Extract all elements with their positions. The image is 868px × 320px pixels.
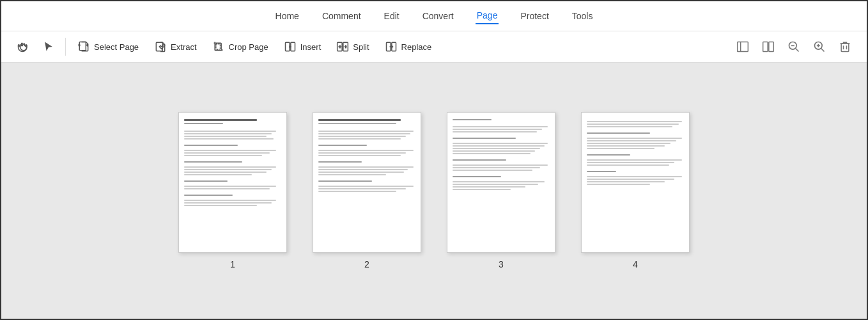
svg-rect-18	[769, 42, 774, 52]
select-page-icon	[77, 40, 90, 53]
split-label: Split	[353, 42, 369, 52]
svg-rect-0	[79, 42, 86, 51]
menu-bar: Home Comment Edit Convert Page Protect T…	[1, 1, 867, 31]
select-tool-button[interactable]	[37, 36, 60, 57]
split-icon	[336, 40, 349, 53]
select-page-label: Select Page	[94, 42, 139, 52]
page-item-2[interactable]: 2	[313, 112, 421, 269]
select-page-button[interactable]: Select Page	[71, 36, 145, 57]
extract-icon	[154, 40, 167, 53]
page-area: 1	[1, 63, 867, 319]
page-thumb-3[interactable]	[447, 112, 555, 253]
insert-button[interactable]: Insert	[277, 36, 328, 57]
page-number-1: 1	[230, 259, 235, 269]
zoom-out-icon	[787, 40, 800, 53]
page-content-3	[447, 113, 555, 252]
page-number-2: 2	[364, 259, 369, 269]
page-thumb-2[interactable]	[313, 112, 421, 253]
zoom-in-button[interactable]	[808, 36, 831, 57]
page-thumb-1[interactable]	[178, 112, 287, 253]
cursor-icon	[42, 40, 55, 53]
page-item-1[interactable]: 1	[178, 112, 287, 269]
page-number-3: 3	[499, 259, 504, 269]
menu-edit[interactable]: Edit	[383, 8, 401, 24]
page-item-4[interactable]: 4	[581, 112, 690, 269]
replace-label: Replace	[401, 42, 432, 52]
crop-page-button[interactable]: Crop Page	[206, 36, 275, 57]
svg-rect-4	[285, 42, 290, 51]
svg-rect-15	[738, 42, 748, 52]
split-button[interactable]: Split	[330, 36, 375, 57]
zoom-in-icon	[813, 40, 826, 53]
menu-tools[interactable]: Tools	[571, 8, 594, 24]
svg-line-23	[821, 49, 825, 52]
page-content-1	[179, 113, 286, 252]
menu-comment[interactable]: Comment	[321, 8, 362, 24]
page-thumb-4[interactable]	[581, 112, 690, 253]
separator-1	[65, 38, 66, 56]
page-content-2	[313, 113, 421, 252]
menu-protect[interactable]: Protect	[519, 8, 550, 24]
delete-button[interactable]	[833, 36, 856, 57]
menu-page[interactable]: Page	[476, 8, 499, 24]
svg-rect-26	[841, 44, 849, 52]
toolbar: Select Page Extract Crop P	[1, 31, 867, 63]
hand-icon	[17, 40, 29, 53]
hand-tool-button[interactable]	[12, 36, 35, 57]
insert-icon	[284, 40, 297, 53]
extract-button[interactable]: Extract	[148, 36, 203, 57]
panel-view-button[interactable]	[731, 36, 754, 57]
replace-icon	[385, 40, 398, 53]
svg-line-20	[796, 49, 799, 52]
two-page-view-button[interactable]	[757, 36, 780, 57]
extract-label: Extract	[171, 42, 196, 52]
zoom-out-button[interactable]	[782, 36, 805, 57]
crop-icon	[212, 40, 225, 53]
menu-convert[interactable]: Convert	[421, 8, 455, 24]
two-page-icon	[762, 40, 775, 53]
svg-rect-3	[215, 44, 220, 49]
page-number-4: 4	[633, 259, 638, 269]
delete-icon	[839, 40, 851, 53]
menu-home[interactable]: Home	[274, 8, 300, 24]
svg-rect-17	[763, 42, 768, 52]
panel-view-icon	[736, 40, 749, 53]
insert-label: Insert	[300, 42, 322, 52]
app-container: Home Comment Edit Convert Page Protect T…	[1, 1, 867, 319]
page-content-4	[582, 113, 689, 252]
crop-page-label: Crop Page	[229, 42, 268, 52]
replace-button[interactable]: Replace	[378, 36, 438, 57]
page-item-3[interactable]: 3	[447, 112, 555, 269]
